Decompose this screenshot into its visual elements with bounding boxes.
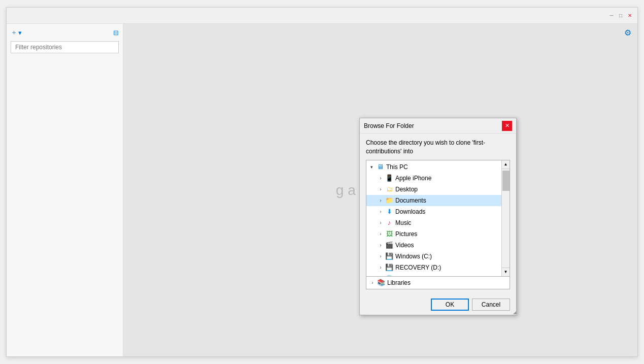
scrollbar-thumb[interactable] — [502, 171, 510, 191]
expand-dvd-e[interactable]: › — [377, 275, 385, 276]
windows-c-label: Windows (C:) — [395, 253, 432, 260]
libraries-label: Libraries — [387, 279, 411, 286]
music-icon: ♪ — [385, 219, 394, 227]
downloads-label: Downloads — [395, 208, 425, 215]
dialog-close-button[interactable]: ✕ — [502, 121, 512, 131]
tree-item-dvd-e[interactable]: › 💿 DVD RW Drive (E:) — [366, 273, 510, 276]
phone-icon: 📱 — [385, 174, 394, 182]
expand-pictures[interactable]: › — [377, 230, 385, 238]
tree-item-music[interactable]: › ♪ Music — [366, 217, 510, 228]
libraries-icon: 📚 — [377, 279, 386, 287]
minimize-button[interactable]: ─ — [608, 12, 615, 19]
folder-tree-container: ▾ 🖥 This PC › 📱 Apple iPhone — [366, 160, 510, 277]
tree-item-desktop[interactable]: › 🗂 Desktop — [366, 184, 510, 195]
expand-documents[interactable]: › — [377, 196, 385, 205]
expand-downloads[interactable]: › — [377, 208, 385, 216]
dvd-e-label: DVD RW Drive (E:) — [395, 275, 447, 276]
documents-folder-icon: 📁 — [385, 196, 394, 205]
pictures-label: Pictures — [395, 230, 417, 238]
videos-label: Videos — [395, 242, 414, 249]
panel-toggle-button[interactable]: ⊟ — [113, 29, 119, 37]
tree-item-recovery-d[interactable]: › 💾 RECOVERY (D:) — [366, 262, 510, 273]
tree-item-windows-c[interactable]: › 💾 Windows (C:) — [366, 251, 510, 262]
expand-libraries[interactable]: › — [368, 279, 377, 287]
sidebar: ＋ ▾ ⊟ — [7, 24, 123, 356]
expand-recovery-d[interactable]: › — [377, 263, 385, 272]
documents-label: Documents — [395, 197, 426, 204]
tree-scrollbar[interactable]: ▲ ▼ — [501, 160, 510, 276]
this-pc-label: This PC — [386, 163, 408, 171]
tree-item-apple-iphone[interactable]: › 📱 Apple iPhone — [366, 173, 510, 184]
libraries-row-container: › 📚 Libraries — [366, 277, 510, 289]
drive-c-icon: 💾 — [385, 252, 394, 260]
tree-item-this-pc[interactable]: ▾ 🖥 This PC — [366, 161, 510, 173]
add-dropdown-arrow: ▾ — [18, 29, 22, 37]
close-button[interactable]: ✕ — [626, 12, 633, 19]
tree-item-pictures[interactable]: › 🖼 Pictures — [366, 228, 510, 240]
videos-icon: 🎬 — [385, 241, 394, 249]
dialog-titlebar: Browse For Folder ✕ — [360, 118, 516, 134]
dialog-resize-handle[interactable]: ◢ — [511, 310, 516, 315]
add-button[interactable]: ＋ ▾ — [11, 28, 22, 37]
dialog-body: Choose the directory you wish to clone '… — [360, 134, 516, 294]
pictures-icon: 🖼 — [385, 230, 394, 238]
dialog-instruction: Choose the directory you wish to clone '… — [366, 139, 510, 156]
maximize-button[interactable]: □ — [617, 12, 624, 19]
desktop-folder-icon: 🗂 — [385, 185, 394, 193]
plus-icon: ＋ — [11, 28, 17, 37]
expand-music[interactable]: › — [377, 219, 385, 227]
cancel-button[interactable]: Cancel — [472, 299, 510, 311]
pc-icon: 🖥 — [376, 163, 385, 171]
expand-desktop[interactable]: › — [377, 185, 385, 193]
dvd-icon: 💿 — [385, 275, 394, 276]
downloads-icon: ⬇ — [385, 208, 394, 216]
title-bar-controls: ─ □ ✕ — [608, 12, 633, 19]
expand-apple-iphone[interactable]: › — [377, 174, 385, 182]
apple-iphone-label: Apple iPhone — [395, 175, 431, 182]
tree-item-videos[interactable]: › 🎬 Videos — [366, 240, 510, 251]
music-label: Music — [395, 219, 411, 226]
main-area: ⚙ g a repository. Browse For Folder ✕ Ch… — [123, 24, 637, 356]
dialog-title: Browse For Folder — [364, 122, 414, 129]
desktop-label: Desktop — [395, 186, 418, 193]
scrollbar-down-button[interactable]: ▼ — [502, 268, 510, 276]
app-body: ＋ ▾ ⊟ ⚙ g a repository. Browse For Folde… — [7, 24, 637, 356]
expand-windows-c[interactable]: › — [377, 252, 385, 260]
title-bar: ─ □ ✕ — [7, 8, 637, 24]
filter-repositories-input[interactable] — [11, 41, 119, 53]
folder-tree[interactable]: ▾ 🖥 This PC › 📱 Apple iPhone — [366, 160, 510, 276]
browse-folder-dialog: Browse For Folder ✕ Choose the directory… — [359, 118, 517, 315]
recovery-d-label: RECOVERY (D:) — [395, 264, 441, 271]
scrollbar-up-button[interactable]: ▲ — [502, 160, 510, 169]
sidebar-top: ＋ ▾ ⊟ — [11, 28, 119, 37]
dialog-overlay: Browse For Folder ✕ Choose the directory… — [123, 24, 637, 356]
tree-item-libraries[interactable]: › 📚 Libraries — [366, 277, 510, 288]
expand-this-pc[interactable]: ▾ — [367, 163, 376, 171]
expand-videos[interactable]: › — [377, 241, 385, 249]
tree-item-downloads[interactable]: › ⬇ Downloads — [366, 206, 510, 217]
tree-item-documents[interactable]: › 📁 Documents — [366, 195, 510, 206]
dialog-footer: OK Cancel — [360, 294, 516, 315]
drive-d-icon: 💾 — [385, 263, 394, 272]
ok-button[interactable]: OK — [431, 299, 469, 311]
app-window: ─ □ ✕ ＋ ▾ ⊟ ⚙ g a repository. — [6, 7, 638, 357]
